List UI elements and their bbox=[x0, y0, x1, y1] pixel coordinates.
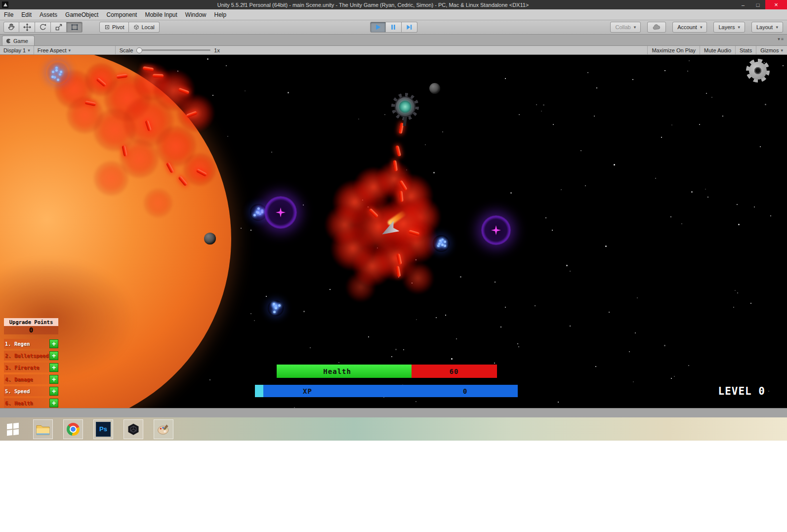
star bbox=[395, 349, 397, 350]
scale-tool-button[interactable] bbox=[51, 22, 67, 33]
rotate-icon bbox=[39, 23, 47, 32]
local-toggle-button[interactable]: Local bbox=[129, 22, 159, 33]
start-button[interactable] bbox=[3, 419, 23, 439]
upgrade-plus-button[interactable]: + bbox=[49, 351, 58, 360]
upgrade-row: 6. Health+ bbox=[4, 398, 58, 408]
gizmos-label: Gizmos bbox=[760, 47, 779, 53]
account-dropdown[interactable]: Account ▾ bbox=[672, 22, 707, 33]
layout-dropdown[interactable]: Layout ▾ bbox=[751, 22, 783, 33]
upgrade-list: 1. Regen+2. Bulletspeed+3. Firerate+4. D… bbox=[4, 339, 58, 408]
aspect-selector[interactable]: Free Aspect ▾ bbox=[34, 46, 116, 54]
maximize-button[interactable]: □ bbox=[750, 0, 765, 9]
star bbox=[510, 192, 512, 194]
menu-item-edit[interactable]: Edit bbox=[17, 9, 36, 20]
star bbox=[595, 366, 596, 367]
chevron-down-icon: ▾ bbox=[700, 25, 703, 30]
unity-app-icon bbox=[2, 1, 8, 8]
settings-gear-icon[interactable] bbox=[746, 59, 770, 82]
paint-button[interactable] bbox=[154, 419, 173, 439]
pan-tool-button[interactable] bbox=[3, 22, 19, 33]
powerup-pickup bbox=[264, 196, 297, 229]
star bbox=[358, 119, 359, 120]
scale-slider-knob[interactable] bbox=[136, 47, 142, 53]
health-bar-label: Health bbox=[323, 368, 351, 375]
unity-taskbar-button[interactable] bbox=[124, 419, 143, 439]
star bbox=[681, 223, 682, 224]
photoshop-icon: Ps bbox=[96, 422, 111, 437]
menu-item-mobile-input[interactable]: Mobile Input bbox=[141, 9, 181, 20]
star bbox=[416, 319, 417, 320]
xp-orb-dot bbox=[273, 311, 276, 313]
star bbox=[415, 401, 416, 402]
move-icon bbox=[23, 23, 32, 32]
upgrade-plus-button[interactable]: + bbox=[49, 339, 58, 348]
file-explorer-button[interactable] bbox=[33, 419, 53, 439]
game-viewport[interactable]: Upgrade Points 0 1. Regen+2. Bulletspeed… bbox=[0, 55, 787, 408]
chrome-button[interactable] bbox=[63, 419, 83, 439]
star bbox=[705, 189, 706, 190]
minimize-button[interactable]: – bbox=[736, 0, 750, 9]
star bbox=[629, 351, 630, 352]
star bbox=[338, 362, 339, 363]
star bbox=[254, 320, 255, 321]
star bbox=[553, 124, 554, 125]
pause-button[interactable] bbox=[386, 22, 402, 33]
star bbox=[661, 137, 662, 138]
move-tool-button[interactable] bbox=[19, 22, 35, 33]
xp-orb-dot bbox=[278, 304, 281, 307]
scale-control: Scale 1x bbox=[116, 46, 224, 54]
star bbox=[368, 336, 369, 337]
star bbox=[706, 93, 707, 94]
cloud-button[interactable] bbox=[647, 22, 666, 33]
menu-item-file[interactable]: File bbox=[0, 9, 17, 20]
star bbox=[294, 407, 295, 408]
xp-orb-dot bbox=[53, 76, 56, 79]
upgrade-label: 1. Regen bbox=[4, 341, 30, 347]
upgrade-row: 5. Speed+ bbox=[4, 386, 58, 396]
menu-item-window[interactable]: Window bbox=[181, 9, 210, 20]
star bbox=[212, 95, 213, 96]
pivot-toggle-button[interactable]: Pivot bbox=[99, 22, 129, 33]
tab-game[interactable]: Game bbox=[2, 36, 35, 45]
upgrade-points-value: 0 bbox=[4, 326, 58, 334]
scale-slider[interactable] bbox=[136, 49, 210, 51]
maximize-on-play-toggle[interactable]: Maximize On Play bbox=[647, 46, 700, 54]
star bbox=[707, 197, 708, 198]
star bbox=[605, 246, 607, 247]
upgrade-plus-button[interactable]: + bbox=[49, 399, 58, 408]
menu-item-help[interactable]: Help bbox=[210, 9, 231, 20]
xp-orb-dot bbox=[257, 207, 260, 210]
step-button[interactable] bbox=[402, 22, 417, 33]
transform-tool-group bbox=[3, 22, 83, 33]
tab-options-icon[interactable]: ▾≡ bbox=[778, 37, 785, 41]
mute-audio-toggle[interactable]: Mute Audio bbox=[700, 46, 735, 54]
star bbox=[671, 124, 672, 125]
menu-item-gameobject[interactable]: GameObject bbox=[61, 9, 102, 20]
upgrade-plus-button[interactable]: + bbox=[49, 363, 58, 372]
upgrade-row: 4. Damage+ bbox=[4, 374, 58, 384]
menu-item-component[interactable]: Component bbox=[102, 9, 141, 20]
menu-item-assets[interactable]: Assets bbox=[36, 9, 61, 20]
close-button[interactable]: × bbox=[765, 0, 787, 9]
collab-dropdown[interactable]: Collab ▾ bbox=[610, 22, 641, 33]
display-selector[interactable]: Display 1 ▾ bbox=[0, 46, 34, 54]
explosion-puff bbox=[346, 272, 375, 302]
stats-toggle[interactable]: Stats bbox=[735, 46, 756, 54]
star bbox=[271, 152, 272, 153]
photoshop-button[interactable]: Ps bbox=[93, 419, 113, 439]
layers-dropdown[interactable]: Layers ▾ bbox=[713, 22, 745, 33]
upgrade-plus-button[interactable]: + bbox=[49, 375, 58, 384]
game-view-toggles: Maximize On Play Mute Audio Stats Gizmos… bbox=[647, 46, 787, 54]
rect-tool-button[interactable] bbox=[67, 22, 83, 33]
xp-bar-label: XP bbox=[303, 387, 312, 395]
star bbox=[671, 378, 672, 379]
upgrade-plus-button[interactable]: + bbox=[49, 387, 58, 396]
star bbox=[505, 307, 506, 308]
play-button[interactable] bbox=[370, 22, 386, 33]
xp-orb-dot bbox=[275, 307, 277, 309]
star bbox=[226, 65, 227, 66]
gizmos-dropdown[interactable]: Gizmos ▾ bbox=[756, 46, 787, 54]
chrome-icon-center bbox=[70, 426, 77, 433]
star bbox=[456, 338, 457, 339]
rotate-tool-button[interactable] bbox=[35, 22, 51, 33]
